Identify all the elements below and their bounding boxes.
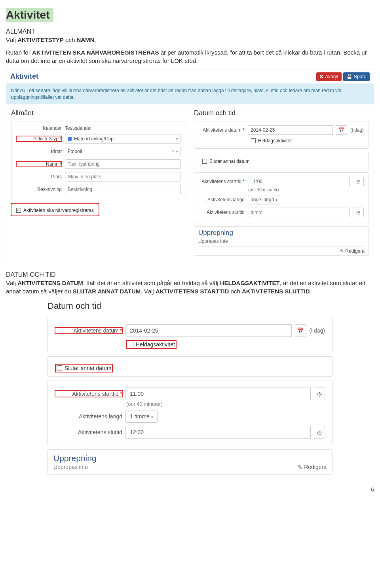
page-heading: Aktivitet: [6, 8, 53, 22]
idrott-select[interactable]: Fotboll× ▾: [65, 147, 181, 156]
datum-input-2[interactable]: 2014-02-25: [125, 324, 292, 337]
t: .: [310, 288, 312, 295]
checkbox-icon: [57, 365, 62, 371]
t: AKTIVITETEN SKA NÄRVAROREGISTRERAS: [32, 49, 159, 56]
clock-icon[interactable]: ◷: [314, 426, 325, 439]
narvaro-checkbox-row[interactable]: Aktiviteten ska närvaroregistreras: [16, 208, 94, 213]
heldag-checkbox-row-2[interactable]: Heldagsaktivitet: [128, 341, 175, 348]
intro-para2: Rutan för AKTIVITETEN SKA NÄRVAROREGISTR…: [6, 49, 374, 65]
t: Avbryt: [325, 74, 338, 79]
datum-form-image: Datum och tid Aktivitetens datum 2014-02…: [48, 301, 332, 475]
save-icon: 💾: [346, 74, 352, 79]
kalender-label: Kalender: [16, 125, 62, 131]
t: . Välj: [141, 288, 156, 295]
panel-header: Aktivitet ✖Avbryt 💾Spara: [6, 70, 374, 83]
edit-icon: ✎: [298, 464, 304, 470]
slutar-label: Slutar annat datum: [209, 159, 249, 164]
t: HELDAGSAKTIVITET: [220, 280, 280, 286]
chevron-down-icon: ▾: [276, 198, 277, 202]
clock-icon[interactable]: ◷: [353, 177, 364, 186]
clock-icon[interactable]: ◷: [353, 208, 364, 217]
heldag-highlighted: Heldagsaktivitet: [126, 340, 177, 349]
beskrivning-label: Beskrivning: [16, 187, 62, 192]
t: AKTIVITETENS DATUM: [17, 280, 83, 286]
starttid-input-2[interactable]: 11:00: [125, 388, 311, 400]
t: AKTIVTETENS SLUTTID: [242, 288, 310, 295]
edit-icon: ✎: [340, 248, 345, 254]
namn-label: Namn: [16, 161, 62, 167]
checkbox-icon: [128, 342, 133, 347]
idrott-label: Idrott: [16, 149, 62, 154]
starttid-input[interactable]: 11:00: [248, 177, 350, 186]
redigera-link-2[interactable]: ✎ Redigera: [298, 464, 327, 470]
sluttid-input[interactable]: [248, 208, 350, 217]
t: .: [94, 36, 96, 43]
close-icon: ✖: [319, 74, 323, 79]
aktivitet-form-panel: Aktivitet ✖Avbryt 💾Spara När du i ett se…: [6, 70, 374, 265]
namn-input[interactable]: [65, 159, 181, 169]
upprepning-sub-2: Upprepas inte: [53, 464, 88, 470]
sluttid-input-2[interactable]: 12:00: [125, 426, 311, 439]
datum-column: Datum och tid Aktivitetens datum 2014-02…: [194, 109, 369, 259]
t: Välj: [6, 280, 17, 286]
calendar-icon[interactable]: 📅: [336, 125, 347, 135]
starttid-label-2: Aktivitetens starttid: [55, 391, 122, 397]
datum-heading: Datum och tid: [194, 109, 369, 117]
narvaro-checkbox-label: Aktiviteten ska närvaroregistreras: [23, 208, 94, 213]
t: Match/Tävling/Cup: [74, 136, 114, 142]
allmant-label: ALLMÄNT: [6, 28, 374, 35]
starttid-note-2: (om 40 minuter): [126, 401, 325, 407]
t: Redigera: [304, 464, 327, 470]
beskrivning-input[interactable]: [65, 185, 181, 194]
checkbox-icon: [16, 208, 21, 213]
slutar-checkbox-row[interactable]: Slutar annat datum: [199, 159, 364, 164]
chevron-down-icon: ▾: [176, 136, 178, 142]
datum-och-tid-label: DATUM OCH TID: [6, 271, 374, 278]
t: ange längd: [251, 197, 274, 202]
color-swatch-icon: [68, 137, 72, 141]
redigera-link[interactable]: ✎ Redigera: [340, 248, 365, 254]
datum-input[interactable]: 2014-02-25: [248, 125, 333, 135]
slutar-highlighted: Slutar annat datum: [55, 364, 113, 372]
slutar-label-2: Slutar annat datum: [65, 365, 111, 371]
page-number: 6: [6, 486, 374, 493]
t: SLUTAR ANNAT DATUM: [72, 288, 141, 295]
clear-icon[interactable]: × ▾: [172, 149, 178, 154]
upprepning-title: Upprepning: [198, 229, 365, 237]
t: Fotboll: [68, 149, 82, 154]
clock-icon[interactable]: ◷: [314, 388, 325, 400]
upprepning-title-2: Upprepning: [53, 454, 327, 463]
t: 1 timme: [130, 413, 150, 420]
heldag-checkbox-row[interactable]: Heldagsaktivitet: [248, 138, 364, 144]
t: . Ifall det är en aktivitet som pågår en…: [83, 280, 220, 286]
chevron-down-icon: ▾: [151, 415, 153, 419]
slutar-checkbox-row-2[interactable]: Slutar annat datum: [57, 365, 111, 371]
kalender-value: Testkalender: [65, 125, 181, 131]
t: och: [64, 36, 77, 43]
t: AKTIVITETSTYP: [17, 36, 64, 43]
cancel-button[interactable]: ✖Avbryt: [316, 72, 342, 81]
upprepning-panel-2: Upprepning Upprepas inte ✎ Redigera: [48, 449, 332, 475]
starttid-label: Aktivitetens starttid: [199, 179, 245, 184]
calendar-icon[interactable]: 📅: [295, 324, 306, 337]
save-button[interactable]: 💾Spara: [343, 72, 370, 81]
langd-select-2[interactable]: 1 timme▾: [125, 410, 158, 423]
t: NAMN: [76, 36, 94, 43]
datum-label: Aktivitetens datum: [199, 127, 245, 133]
datum-label-2: Aktivitetens datum: [55, 327, 122, 334]
langd-label: Aktivitetens längd: [199, 197, 245, 202]
langd-select[interactable]: ange längd▾: [248, 195, 280, 204]
upprepning-panel: Upprepning Upprepas inte ✎ Redigera: [194, 226, 369, 256]
allmant-column: Allmänt Kalender Testkalender Aktivitets…: [11, 109, 186, 259]
t: AKTIVITETENS STARTTID: [156, 288, 229, 295]
langd-label-2: Aktivitetens längd: [55, 413, 122, 420]
sluttid-label-2: Aktivitetens sluttid: [55, 429, 122, 435]
plats-input[interactable]: [65, 172, 181, 182]
starttid-note: (om 40 minuter): [248, 187, 364, 192]
panel-title: Aktivitet: [10, 72, 38, 81]
upprepning-sub: Upprepas inte: [198, 238, 228, 244]
intro-line1: Välj AKTIVITETSTYP och NAMN.: [6, 36, 374, 44]
t: Välj: [6, 36, 17, 43]
panel-actions: ✖Avbryt 💾Spara: [316, 72, 370, 81]
aktivitetstyp-select[interactable]: Match/Tävling/Cup▾: [65, 134, 181, 144]
